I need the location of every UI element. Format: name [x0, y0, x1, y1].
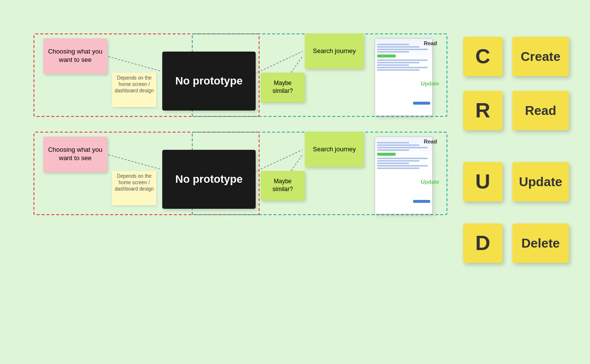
choosing-sticky-row2: Choosing what you want to see	[43, 137, 107, 172]
update-label-row2: Update	[421, 179, 439, 185]
update-label-row1: Update	[421, 81, 439, 86]
crud-c-letter: C	[463, 37, 502, 76]
crud-read-word: Read	[512, 91, 569, 130]
crud-u-letter: U	[463, 162, 502, 201]
crud-delete-word: Delete	[512, 224, 569, 263]
screenshot-row2	[375, 137, 433, 214]
no-prototype-row1: No prototype	[162, 52, 256, 111]
depends-note-row2: Depends on the home screen / dashboard d…	[112, 171, 156, 205]
whiteboard: Choosing what you want to see Depends on…	[0, 0, 590, 364]
screenshot-row1	[375, 38, 433, 116]
crud-update-word: Update	[512, 162, 569, 201]
crud-d-letter: D	[463, 224, 502, 263]
no-prototype-row2: No prototype	[162, 150, 256, 209]
maybe-sticky-row1: Maybe similar?	[261, 73, 305, 102]
read-label-row2: Read	[424, 139, 437, 144]
depends-note-row1: Depends on the home screen / dashboard d…	[112, 73, 156, 107]
crud-create-word: Create	[512, 37, 569, 76]
crud-r-letter: R	[463, 91, 502, 130]
choosing-sticky-row1: Choosing what you want to see	[43, 38, 107, 74]
maybe-sticky-row2: Maybe similar?	[261, 171, 305, 200]
read-label-row1: Read	[424, 40, 437, 46]
search-sticky-row2: Search journey	[305, 132, 364, 167]
search-sticky-row1: Search journey	[305, 33, 364, 69]
